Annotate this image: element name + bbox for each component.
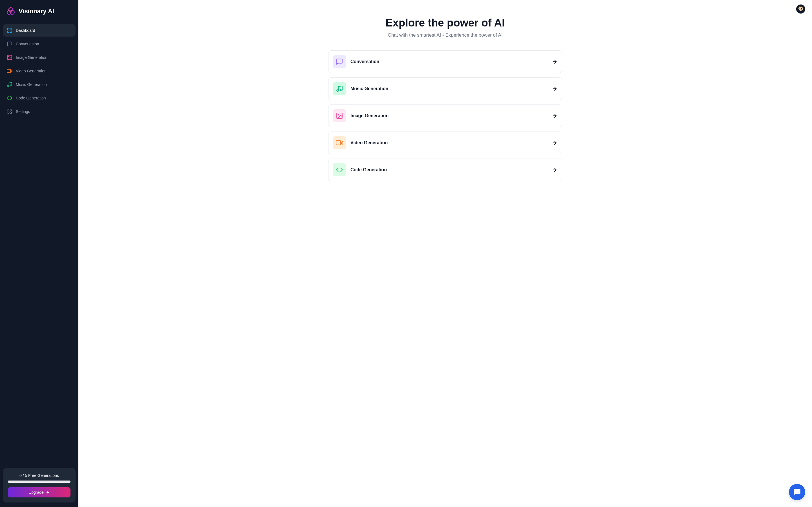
brand[interactable]: Visionary AI bbox=[3, 4, 75, 24]
sidebar-item-label: Image Generation bbox=[16, 55, 47, 60]
svg-marker-9 bbox=[10, 70, 12, 72]
code-icon bbox=[333, 163, 346, 176]
arrow-right-icon bbox=[552, 86, 557, 92]
svg-rect-4 bbox=[10, 29, 12, 30]
arrow-right-icon bbox=[552, 167, 557, 173]
page-title: Explore the power of AI bbox=[328, 17, 562, 29]
card-label: Video Generation bbox=[350, 140, 547, 145]
svg-point-8 bbox=[8, 56, 9, 57]
image-icon bbox=[7, 55, 12, 60]
svg-point-13 bbox=[9, 111, 10, 112]
settings-icon bbox=[7, 109, 12, 114]
video-icon bbox=[333, 136, 346, 149]
sidebar-item-video[interactable]: Video Generation bbox=[3, 65, 75, 77]
svg-point-23 bbox=[338, 114, 339, 115]
sidebar-item-label: Video Generation bbox=[16, 69, 47, 73]
svg-point-19 bbox=[337, 90, 339, 92]
card-label: Image Generation bbox=[350, 113, 547, 118]
nav: Dashboard Conversation Image Generation … bbox=[3, 24, 75, 118]
music-icon bbox=[333, 82, 346, 95]
content: Explore the power of AI Chat with the sm… bbox=[322, 0, 568, 192]
svg-rect-5 bbox=[10, 31, 12, 33]
svg-rect-26 bbox=[336, 140, 341, 145]
card-music[interactable]: Music Generation bbox=[328, 77, 562, 100]
card-image[interactable]: Image Generation bbox=[328, 105, 562, 127]
card-video[interactable]: Video Generation bbox=[328, 131, 562, 154]
sidebar-item-code[interactable]: Code Generation bbox=[3, 92, 75, 104]
svg-marker-25 bbox=[341, 142, 343, 145]
sidebar-item-label: Settings bbox=[16, 109, 30, 114]
music-icon bbox=[7, 82, 12, 87]
avatar[interactable] bbox=[796, 4, 805, 13]
sidebar-footer: 0 / 5 Free Generations Upgrade bbox=[3, 468, 75, 503]
main: Explore the power of AI Chat with the sm… bbox=[79, 0, 812, 507]
svg-point-16 bbox=[800, 8, 800, 9]
chat-icon bbox=[333, 55, 346, 68]
logo-icon bbox=[6, 7, 15, 16]
sidebar-item-music[interactable]: Music Generation bbox=[3, 78, 75, 91]
card-code[interactable]: Code Generation bbox=[328, 159, 562, 181]
arrow-right-icon bbox=[552, 59, 557, 64]
sidebar-item-conversation[interactable]: Conversation bbox=[3, 38, 75, 50]
arrow-right-icon bbox=[552, 140, 557, 146]
svg-rect-3 bbox=[8, 29, 9, 30]
page-subtitle: Chat with the smartest AI - Experience t… bbox=[328, 33, 562, 38]
sidebar-item-image[interactable]: Image Generation bbox=[3, 51, 75, 64]
card-label: Music Generation bbox=[350, 86, 547, 91]
code-icon bbox=[7, 95, 12, 101]
arrow-right-icon bbox=[552, 113, 557, 119]
svg-point-17 bbox=[801, 8, 802, 9]
image-icon bbox=[333, 109, 346, 122]
card-conversation[interactable]: Conversation bbox=[328, 50, 562, 73]
svg-point-12 bbox=[10, 85, 12, 86]
cards: Conversation Music Generation Image Ge bbox=[328, 50, 562, 181]
svg-rect-10 bbox=[7, 69, 10, 73]
card-label: Code Generation bbox=[350, 167, 547, 172]
sidebar-item-label: Dashboard bbox=[16, 28, 35, 33]
chat-bubble-icon bbox=[793, 488, 801, 496]
sidebar-item-label: Music Generation bbox=[16, 82, 47, 87]
upgrade-label: Upgrade bbox=[29, 490, 44, 495]
bolt-icon bbox=[46, 490, 50, 494]
chat-fab[interactable] bbox=[789, 484, 805, 500]
upgrade-button[interactable]: Upgrade bbox=[8, 487, 70, 497]
dashboard-icon bbox=[7, 27, 12, 33]
sidebar-item-dashboard[interactable]: Dashboard bbox=[3, 24, 75, 37]
video-icon bbox=[7, 68, 12, 74]
brand-name: Visionary AI bbox=[18, 8, 54, 15]
card-label: Conversation bbox=[350, 59, 547, 64]
sidebar-item-settings[interactable]: Settings bbox=[3, 105, 75, 118]
progress-bar bbox=[8, 481, 70, 483]
svg-point-11 bbox=[8, 86, 9, 87]
sidebar-item-label: Code Generation bbox=[16, 96, 46, 100]
svg-point-20 bbox=[340, 89, 342, 91]
sidebar: Visionary AI Dashboard Conversation Imag… bbox=[0, 0, 79, 507]
svg-rect-6 bbox=[8, 31, 9, 33]
generations-text: 0 / 5 Free Generations bbox=[8, 473, 70, 478]
sidebar-item-label: Conversation bbox=[16, 42, 39, 46]
chat-icon bbox=[7, 41, 12, 47]
